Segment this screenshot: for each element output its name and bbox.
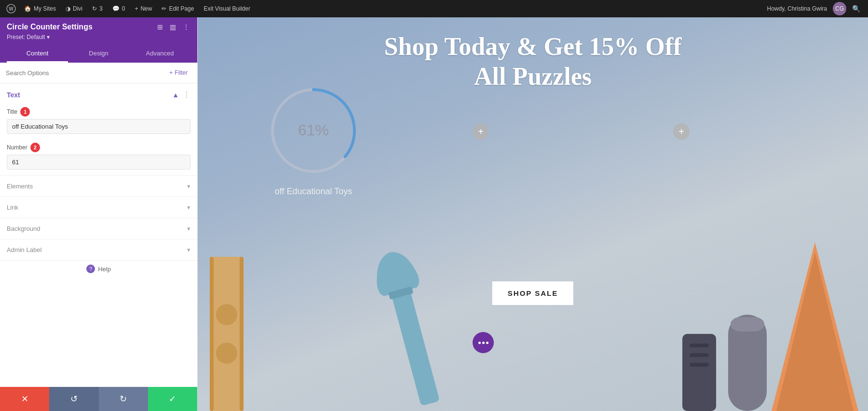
panel-body: + Filter Text ▲ ⋮ Title 1 bbox=[0, 63, 197, 387]
refresh-icon: ↻ bbox=[92, 5, 97, 12]
dots-menu-button[interactable] bbox=[473, 332, 494, 353]
right-panel: Shop Today & Get 15% Off All Puzzles 61%… bbox=[198, 17, 868, 411]
tab-content[interactable]: Content bbox=[7, 45, 68, 63]
undo-button[interactable]: ↺ bbox=[49, 387, 98, 411]
panel-more-icon[interactable]: ⋮ bbox=[182, 22, 190, 32]
admin-bar-right: Howdy, Christina Gwira CG 🔍 bbox=[763, 2, 864, 15]
wrench-svg bbox=[357, 242, 463, 411]
svg-text:61%: 61% bbox=[298, 121, 329, 139]
link-label: Link bbox=[7, 204, 18, 211]
panel-layout-icon[interactable]: ▥ bbox=[169, 22, 177, 32]
hero-text: Shop Today & Get 15% Off All Puzzles bbox=[198, 17, 868, 92]
search-row: + Filter bbox=[0, 63, 197, 83]
text-section-more[interactable]: ⋮ bbox=[183, 90, 190, 99]
link-section-header[interactable]: Link ▾ bbox=[0, 197, 197, 218]
link-section: Link ▾ bbox=[0, 197, 197, 218]
admin-bar-divi[interactable]: ◑ Divi bbox=[62, 0, 86, 17]
search-input[interactable] bbox=[6, 69, 162, 77]
link-chevron-icon: ▾ bbox=[187, 204, 190, 211]
svg-point-6 bbox=[216, 304, 237, 325]
title-badge: 1 bbox=[20, 107, 30, 117]
cancel-button[interactable]: ✕ bbox=[0, 387, 49, 411]
filter-plus-icon: + bbox=[169, 69, 173, 76]
svg-marker-14 bbox=[776, 252, 854, 411]
svg-rect-9 bbox=[240, 257, 244, 411]
toy-triangle-svg bbox=[772, 242, 858, 411]
tab-advanced[interactable]: Advanced bbox=[129, 45, 190, 63]
svg-rect-8 bbox=[210, 257, 214, 411]
svg-text:W: W bbox=[9, 6, 14, 12]
admin-label-section-header[interactable]: Admin Label ▾ bbox=[0, 239, 197, 260]
add-button-right[interactable]: + bbox=[673, 123, 690, 140]
panel-title-row: Circle Counter Settings ⊞ ▥ ⋮ bbox=[7, 22, 190, 32]
circle-counter-svg: 61% bbox=[265, 82, 362, 179]
svg-rect-19 bbox=[690, 353, 709, 357]
background-section: Background ▾ bbox=[0, 218, 197, 239]
search-icon[interactable]: 🔍 bbox=[848, 5, 864, 13]
preset-chevron-icon: ▾ bbox=[47, 34, 50, 40]
circle-counter-label: off Educational Toys bbox=[275, 186, 352, 197]
panel-title-icons: ⊞ ▥ ⋮ bbox=[156, 22, 190, 32]
left-panel: Circle Counter Settings ⊞ ▥ ⋮ Preset: De… bbox=[0, 17, 198, 411]
panel-header: Circle Counter Settings ⊞ ▥ ⋮ Preset: De… bbox=[0, 17, 197, 63]
howdy-text: Howdy, Christina Gwira bbox=[763, 5, 831, 12]
bottom-bar: ✕ ↺ ↻ ✓ bbox=[0, 387, 197, 411]
background-label: Background bbox=[7, 225, 40, 232]
admin-bar-my-sites[interactable]: 🏠 My Sites bbox=[20, 0, 60, 17]
svg-rect-18 bbox=[690, 344, 709, 347]
admin-bar-edit-page[interactable]: ✏ Edit Page bbox=[158, 0, 198, 17]
preset-row[interactable]: Preset: Default ▾ bbox=[7, 34, 190, 40]
elements-chevron-icon: ▾ bbox=[187, 183, 190, 190]
svg-rect-10 bbox=[389, 280, 440, 406]
filter-button[interactable]: + Filter bbox=[165, 67, 191, 78]
plus-icon: + bbox=[135, 5, 138, 12]
divi-icon: ◑ bbox=[66, 5, 70, 12]
title-input[interactable] bbox=[7, 119, 190, 134]
text-section-collapse[interactable]: ▲ bbox=[172, 91, 179, 99]
admin-bar-comments[interactable]: 💬 0 bbox=[108, 0, 129, 17]
admin-bar-new[interactable]: + New bbox=[131, 0, 156, 17]
background-chevron-icon: ▾ bbox=[187, 225, 190, 232]
number-label: Number 2 bbox=[7, 143, 190, 152]
text-section-header: Text ▲ ⋮ bbox=[0, 83, 197, 104]
redo-button[interactable]: ↻ bbox=[99, 387, 148, 411]
avatar[interactable]: CG bbox=[833, 2, 846, 15]
svg-point-7 bbox=[216, 343, 237, 364]
admin-bar-exit-vb[interactable]: Exit Visual Builder bbox=[200, 0, 254, 17]
wp-logo-icon[interactable]: W bbox=[4, 0, 18, 17]
svg-rect-16 bbox=[731, 317, 764, 331]
help-icon: ? bbox=[86, 265, 95, 273]
dot-1 bbox=[478, 342, 481, 344]
comment-icon: 💬 bbox=[112, 5, 120, 12]
number-badge: 2 bbox=[30, 143, 40, 152]
tab-design[interactable]: Design bbox=[68, 45, 129, 63]
admin-bar: W 🏠 My Sites ◑ Divi ↻ 3 💬 0 + New ✏ Edit… bbox=[0, 0, 868, 17]
svg-rect-5 bbox=[212, 257, 241, 411]
admin-label-chevron-icon: ▾ bbox=[187, 246, 190, 253]
home-icon: 🏠 bbox=[24, 5, 31, 12]
title-label: Title 1 bbox=[7, 107, 190, 117]
admin-label-section: Admin Label ▾ bbox=[0, 239, 197, 260]
wooden-plank-svg bbox=[205, 257, 248, 411]
panel-popup-icon[interactable]: ⊞ bbox=[156, 22, 164, 32]
background-section-header[interactable]: Background ▾ bbox=[0, 218, 197, 239]
circle-counter-wrap[interactable]: 61% off Educational Toys bbox=[265, 82, 362, 197]
help-row[interactable]: ? Help bbox=[0, 260, 197, 277]
add-button-center[interactable]: + bbox=[473, 123, 489, 140]
dot-2 bbox=[482, 342, 485, 344]
panel-tabs: Content Design Advanced bbox=[7, 45, 190, 63]
elements-section: Elements ▾ bbox=[0, 175, 197, 197]
number-input[interactable] bbox=[7, 155, 190, 170]
main-container: Circle Counter Settings ⊞ ▥ ⋮ Preset: De… bbox=[0, 17, 868, 411]
edit-icon: ✏ bbox=[162, 5, 166, 12]
toy-container bbox=[198, 242, 868, 411]
shop-sale-button[interactable]: SHOP SALE bbox=[492, 281, 573, 305]
elements-label: Elements bbox=[7, 183, 33, 190]
title-field-row: Title 1 bbox=[0, 104, 197, 140]
save-button[interactable]: ✓ bbox=[148, 387, 197, 411]
admin-bar-updates[interactable]: ↻ 3 bbox=[88, 0, 107, 17]
elements-section-header[interactable]: Elements ▾ bbox=[0, 176, 197, 197]
section-controls: ▲ ⋮ bbox=[172, 90, 190, 99]
panel-title: Circle Counter Settings bbox=[7, 23, 93, 31]
toy-rounded-svg bbox=[680, 334, 719, 411]
